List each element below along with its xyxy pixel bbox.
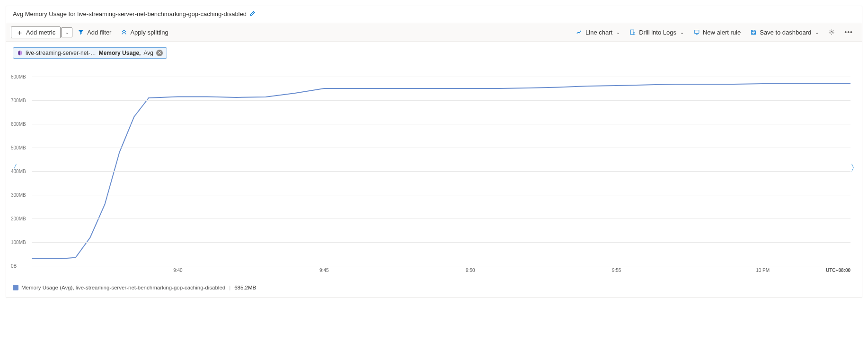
legend-label: Memory Usage (Avg), live-streaming-serve… <box>21 285 225 290</box>
y-tick-label: 800MB <box>11 74 30 79</box>
x-tick-label: 9:55 <box>612 268 621 273</box>
chevron-right-icon: 〉 <box>850 163 859 173</box>
metric-pill-row: live-streaming-server-net-… Memory Usage… <box>6 42 862 59</box>
y-tick-label: 0B <box>11 263 30 269</box>
save-icon <box>750 29 757 35</box>
metric-pill[interactable]: live-streaming-server-net-… Memory Usage… <box>13 47 167 59</box>
svg-rect-2 <box>694 30 699 34</box>
settings-button[interactable] <box>824 26 839 38</box>
remove-metric-icon[interactable]: ✕ <box>156 50 163 56</box>
gridline <box>32 242 850 243</box>
save-dashboard-button[interactable]: Save to dashboard ⌄ <box>746 26 823 38</box>
metric-pill-agg: Avg <box>143 50 153 56</box>
y-tick-label: 200MB <box>11 216 30 221</box>
logs-icon <box>629 29 636 35</box>
edit-title-icon[interactable] <box>249 10 256 18</box>
x-tick-label: 9:45 <box>319 268 328 273</box>
chart-type-label: Line chart <box>585 29 612 36</box>
plus-icon: ＋ <box>16 29 23 36</box>
metrics-card: Avg Memory Usage for live-streaming-serv… <box>6 6 862 298</box>
filter-icon <box>78 29 84 35</box>
chevron-down-icon: ⌄ <box>616 30 620 35</box>
drill-logs-label: Drill into Logs <box>639 29 676 36</box>
legend-swatch <box>13 285 18 290</box>
gridline <box>32 124 850 124</box>
chart-area: 〈 〉 0B100MB200MB300MB400MB500MB600MB700M… <box>6 59 862 277</box>
x-tick-label: 10 PM <box>756 268 770 273</box>
gridline <box>32 148 850 148</box>
timezone-label: UTC+08:00 <box>826 268 850 273</box>
resource-icon <box>17 50 23 56</box>
y-tick-label: 100MB <box>11 240 30 245</box>
legend-value: 685.2MB <box>234 285 256 290</box>
metric-pill-resource: live-streaming-server-net-… <box>26 50 96 56</box>
gridline <box>32 219 850 219</box>
gear-icon <box>828 29 835 35</box>
chevron-down-icon: ⌄ <box>815 30 819 35</box>
y-tick-label: 400MB <box>11 169 30 174</box>
add-metric-button[interactable]: ＋ Add metric <box>11 26 61 38</box>
apply-splitting-label: Apply splitting <box>130 29 168 36</box>
y-tick-label: 300MB <box>11 192 30 198</box>
y-tick-label: 600MB <box>11 122 30 127</box>
toolbar: ＋ Add metric ⌄ Add filter Apply splittin… <box>6 23 862 42</box>
add-metric-dropdown[interactable]: ⌄ <box>61 27 72 37</box>
apply-splitting-button[interactable]: Apply splitting <box>116 26 172 38</box>
x-tick-label: 9:40 <box>173 268 182 273</box>
gridline <box>32 195 850 195</box>
add-filter-label: Add filter <box>87 29 111 36</box>
y-tick-label: 700MB <box>11 98 30 103</box>
gridline <box>32 77 850 77</box>
x-axis: UTC+08:00 9:409:459:509:5510 PM <box>32 266 850 275</box>
chevron-down-icon: ⌄ <box>65 30 69 35</box>
gridline <box>32 100 850 101</box>
legend: Memory Usage (Avg), live-streaming-serve… <box>6 277 862 297</box>
add-metric-label: Add metric <box>26 29 55 36</box>
svg-point-3 <box>831 31 833 33</box>
card-header: Avg Memory Usage for live-streaming-serv… <box>6 6 862 23</box>
line-chart: 0B100MB200MB300MB400MB500MB600MB700MB800… <box>32 77 850 266</box>
y-tick-label: 500MB <box>11 145 30 150</box>
chevron-down-icon: ⌄ <box>680 30 684 35</box>
chart-title: Avg Memory Usage for live-streaming-serv… <box>13 10 247 18</box>
drill-logs-button[interactable]: Drill into Logs ⌄ <box>625 26 688 38</box>
more-button[interactable]: ••• <box>840 26 857 38</box>
metric-pill-metric: Memory Usage, <box>99 50 141 56</box>
new-alert-label: New alert rule <box>703 29 741 36</box>
line-chart-icon <box>576 29 583 35</box>
save-dashboard-label: Save to dashboard <box>760 29 811 36</box>
add-filter-button[interactable]: Add filter <box>73 26 115 38</box>
gridline <box>32 171 850 172</box>
split-icon <box>121 29 127 35</box>
new-alert-button[interactable]: New alert rule <box>689 26 745 38</box>
alert-icon <box>693 29 700 35</box>
chart-type-button[interactable]: Line chart ⌄ <box>572 26 624 38</box>
more-icon: ••• <box>844 28 853 36</box>
x-tick-label: 9:50 <box>466 268 475 273</box>
